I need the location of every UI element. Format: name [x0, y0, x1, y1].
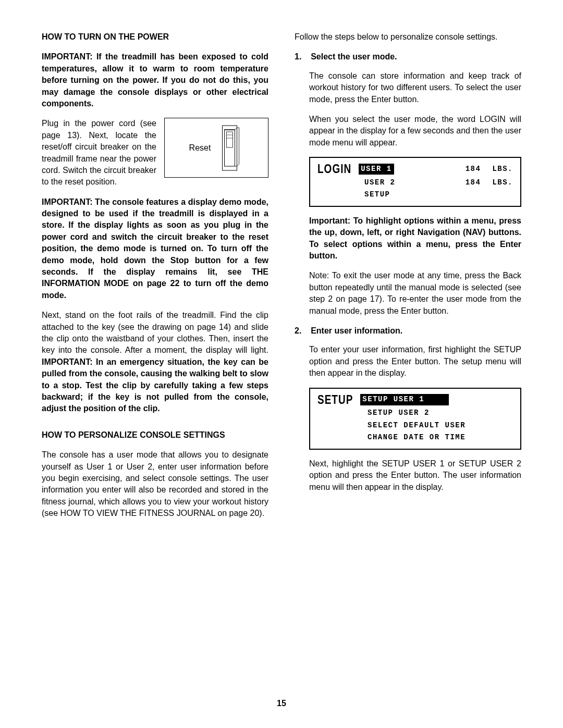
key-text-bold: IMPORTANT: In an emergency situation, th…	[42, 357, 268, 413]
key-text-normal: Next, stand on the foot rails of the tre…	[42, 311, 268, 354]
setup-label: SETUP	[317, 391, 353, 409]
step1-p2: When you select the user mode, the word …	[295, 114, 521, 149]
setup-display: SETUP SETUP USER 1 SETUP USER 2 SELECT D…	[309, 388, 521, 450]
login-display: LOGIN USER 1 184 LBS. USER 2 184 LBS. SE…	[309, 157, 521, 207]
important-warning-2: IMPORTANT: The console features a displa…	[42, 196, 268, 302]
circuit-breaker-icon	[220, 125, 243, 171]
svg-rect-1	[225, 130, 235, 166]
step1-p4: Note: To exit the user mode at any time,…	[295, 270, 521, 317]
follow-steps: Follow the steps below to personalize co…	[295, 31, 521, 43]
step1-header: 1. Select the user mode.	[295, 51, 521, 63]
step1-p1: The console can store information and ke…	[295, 70, 521, 105]
plug-instructions: Plug in the power cord (see page 13). Ne…	[42, 118, 156, 188]
step1-num: 1.	[295, 52, 301, 61]
step1-title: Select the user mode.	[311, 52, 397, 61]
login-row-user1-weight: 184	[466, 164, 481, 175]
heading-personalize: HOW TO PERSONALIZE CONSOLE SETTINGS	[42, 429, 268, 441]
step2-p2: Next, highlight the SETUP USER 1 or SETU…	[295, 458, 521, 493]
svg-rect-3	[227, 132, 233, 147]
key-instructions: Next, stand on the foot rails of the tre…	[42, 310, 268, 415]
step2-p1: To enter your user information, first hi…	[295, 344, 521, 379]
login-row-user2: USER 2	[362, 177, 397, 189]
important-warning-1: IMPORTANT: If the treadmill has been exp…	[42, 51, 268, 109]
step2-header: 2. Enter user information.	[295, 325, 521, 337]
setup-row-default: SELECT DEFAULT USER	[365, 420, 468, 431]
step2-num: 2.	[295, 326, 301, 335]
heading-power: HOW TO TURN ON THE POWER	[42, 31, 268, 43]
login-row-user1-unit: LBS.	[488, 164, 513, 175]
step1-p3: Important: To highlight options within a…	[295, 215, 521, 262]
personalize-intro: The console has a user mode that allows …	[42, 449, 268, 519]
setup-row-datetime: CHANGE DATE OR TIME	[365, 432, 468, 443]
step2-title: Enter user information.	[311, 326, 402, 335]
page-number: 15	[0, 698, 563, 709]
login-row-user2-unit: LBS.	[488, 178, 513, 188]
login-label: LOGIN	[317, 160, 351, 178]
login-row-user2-weight: 184	[466, 178, 481, 188]
setup-row-user2: SETUP USER 2	[365, 408, 432, 419]
setup-row-user1: SETUP USER 1	[360, 394, 449, 405]
reset-diagram: Reset	[164, 118, 268, 178]
login-row-setup: SETUP	[362, 189, 393, 201]
reset-label: Reset	[189, 142, 211, 154]
login-row-user1: USER 1	[359, 164, 394, 175]
